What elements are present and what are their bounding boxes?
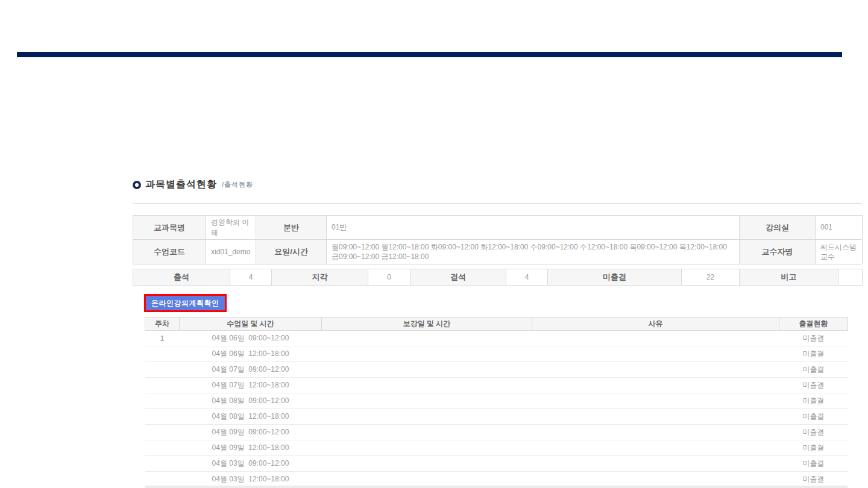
table-row: 04월 09일 12:00~18:00 미출결 <box>145 440 848 456</box>
schedule-label: 요일/시간 <box>256 240 327 264</box>
unprocessed-count-label: 미출결 <box>548 269 682 286</box>
week-cell <box>145 346 180 362</box>
class-datetime-cell: 04월 03일 12:00~18:00 <box>180 472 322 487</box>
reason-cell <box>532 331 779 346</box>
class-datetime-cell: 04월 08일 12:00~18:00 <box>180 409 322 425</box>
title-bullet-icon <box>133 181 141 189</box>
table-row: 04월 08일 12:00~18:00 미출결 <box>145 409 848 425</box>
table-row: 1 04월 06일 09:00~12:00 미출결 <box>145 331 848 346</box>
title-divider <box>133 203 862 204</box>
table-row: 04월 07일 12:00~18:00 미출결 <box>145 378 848 393</box>
attendance-status-cell: 미출결 <box>779 378 848 393</box>
table-row: 04월 08일 09:00~12:00 미출결 <box>145 393 848 409</box>
reason-cell <box>532 472 779 487</box>
tardy-count-label: 지각 <box>272 269 368 286</box>
professor-value: 씨드시스템 교수 <box>816 240 863 264</box>
attendance-table: 주차 수업일 및 시간 보강일 및 시간 사유 출결현황 1 04월 06일 0… <box>145 317 848 487</box>
week-cell <box>145 393 180 409</box>
attendance-status-cell: 미출결 <box>779 425 848 440</box>
week-cell <box>145 440 180 456</box>
makeup-datetime-cell <box>322 440 532 456</box>
attendance-table-body: 1 04월 06일 09:00~12:00 미출결 04월 06일 12:00~… <box>145 331 848 487</box>
makeup-datetime-cell <box>322 409 532 425</box>
class-datetime-cell: 04월 07일 09:00~12:00 <box>180 362 322 378</box>
class-datetime-cell: 04월 07일 12:00~18:00 <box>180 378 322 393</box>
week-cell <box>145 378 180 393</box>
course-info-table: 교과목명 경영학의 이해 분반 01반 강의실 001 수업코드 xid01_d… <box>133 215 863 264</box>
reason-cell <box>532 425 779 440</box>
makeup-datetime-cell <box>322 362 532 378</box>
subject-value: 경영학의 이해 <box>206 216 256 240</box>
attendance-count-value: 4 <box>230 269 272 286</box>
reason-cell <box>532 440 779 456</box>
week-cell <box>145 456 180 472</box>
table-row: 04월 07일 09:00~12:00 미출결 <box>145 362 848 378</box>
class-datetime-cell: 04월 09일 09:00~12:00 <box>180 425 322 440</box>
top-navy-bar <box>17 52 842 57</box>
reason-cell <box>532 409 779 425</box>
class-datetime-cell: 04월 09일 12:00~18:00 <box>180 440 322 456</box>
makeup-datetime-cell <box>322 331 532 346</box>
week-cell <box>145 362 180 378</box>
reason-cell <box>532 456 779 472</box>
attendance-status-cell: 미출결 <box>779 393 848 409</box>
attendance-count-label: 출석 <box>133 269 230 286</box>
makeup-datetime-cell <box>322 346 532 362</box>
absence-count-label: 결석 <box>410 269 506 286</box>
makeup-datetime-cell <box>322 393 532 409</box>
reason-cell <box>532 378 779 393</box>
reason-cell <box>532 346 779 362</box>
attendance-summary-table: 출석 4 지각 0 결석 4 미출결 22 비고 <box>133 269 863 286</box>
col-header-week: 주차 <box>145 318 180 331</box>
table-row: 04월 03일 12:00~18:00 미출결 <box>145 472 848 487</box>
schedule-value: 월09:00~12:00 월12:00~18:00 화09:00~12:00 화… <box>327 240 740 264</box>
attendance-status-cell: 미출결 <box>779 362 848 378</box>
tardy-count-value: 0 <box>368 269 410 286</box>
col-header-makeup-datetime: 보강일 및 시간 <box>322 318 532 331</box>
attendance-status-cell: 미출결 <box>779 346 848 362</box>
class-datetime-cell: 04월 06일 12:00~18:00 <box>180 346 322 362</box>
attendance-table-header-row: 주차 수업일 및 시간 보강일 및 시간 사유 출결현황 <box>145 318 848 331</box>
page-subtitle: /출석현황 <box>222 180 253 189</box>
online-lecture-plan-button[interactable]: 온라인강의계획확인 <box>144 294 227 312</box>
note-label: 비고 <box>740 269 838 286</box>
attendance-status-cell: 미출결 <box>779 409 848 425</box>
professor-label: 교수자명 <box>740 240 816 264</box>
week-cell <box>145 409 180 425</box>
makeup-datetime-cell <box>322 456 532 472</box>
reason-cell <box>532 393 779 409</box>
week-cell <box>145 425 180 440</box>
code-label: 수업코드 <box>133 240 206 264</box>
table-row: 04월 06일 12:00~18:00 미출결 <box>145 346 848 362</box>
attendance-status-cell: 미출결 <box>779 456 848 472</box>
room-label: 강의실 <box>740 216 816 240</box>
room-value: 001 <box>816 216 863 240</box>
col-header-class-datetime: 수업일 및 시간 <box>180 318 322 331</box>
class-datetime-cell: 04월 03일 09:00~12:00 <box>180 456 322 472</box>
makeup-datetime-cell <box>322 472 532 487</box>
week-cell <box>145 472 180 487</box>
subject-label: 교과목명 <box>133 216 206 240</box>
table-row: 04월 09일 09:00~12:00 미출결 <box>145 425 848 440</box>
attendance-page: { "colors": { "top_bar": "#001f5c", "but… <box>0 0 868 488</box>
code-value: xid01_demo <box>206 240 256 264</box>
col-header-status: 출결현황 <box>779 318 848 331</box>
attendance-status-cell: 미출결 <box>779 331 848 346</box>
page-title-row: 과목별출석현황 /출석현황 <box>133 178 253 191</box>
attendance-status-cell: 미출결 <box>779 440 848 456</box>
section-value: 01반 <box>327 216 740 240</box>
col-header-reason: 사유 <box>532 318 779 331</box>
table-row: 04월 03일 09:00~12:00 미출결 <box>145 456 848 472</box>
class-datetime-cell: 04월 06일 09:00~12:00 <box>180 331 322 346</box>
unprocessed-count-value: 22 <box>682 269 740 286</box>
absence-count-value: 4 <box>506 269 548 286</box>
week-cell: 1 <box>145 331 180 346</box>
makeup-datetime-cell <box>322 378 532 393</box>
next-row-partial <box>145 486 848 488</box>
class-datetime-cell: 04월 08일 09:00~12:00 <box>180 393 322 409</box>
attendance-status-cell: 미출결 <box>779 472 848 487</box>
reason-cell <box>532 362 779 378</box>
section-label: 분반 <box>256 216 327 240</box>
page-title: 과목별출석현황 <box>145 178 217 191</box>
note-value <box>838 269 863 286</box>
